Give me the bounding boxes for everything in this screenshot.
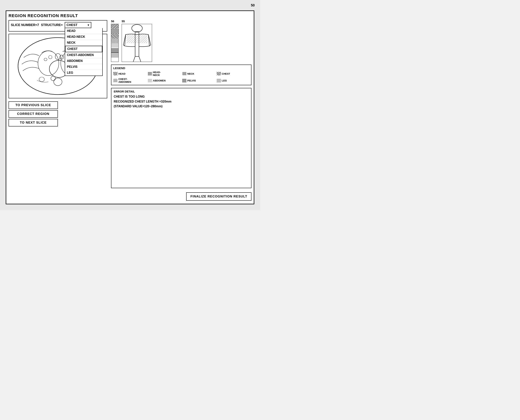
error-title: ERROR DETAIL <box>114 90 249 93</box>
svg-rect-13 <box>126 35 148 43</box>
slice-info-area: SLICE NUMBER=7 STRUCTURE= CHEST ▼ HEAD H… <box>8 20 107 31</box>
slice-header: SLICE NUMBER=7 STRUCTURE= CHEST ▼ HEAD H… <box>11 22 105 28</box>
dropdown-arrow-icon: ▼ <box>87 23 90 27</box>
ref-50: 50 <box>251 3 255 8</box>
abdomen-label: ABDOMEN <box>153 79 166 82</box>
head-icon <box>113 72 118 75</box>
inner-content: SLICE NUMBER=7 STRUCTURE= CHEST ▼ HEAD H… <box>8 20 252 201</box>
dropdown-container[interactable]: CHEST ▼ HEAD HEAD-NECK NECK CHEST CHEST-… <box>65 22 91 28</box>
finalize-button[interactable]: FINALIZE RECOGNITION RESULT <box>186 192 252 201</box>
svg-point-8 <box>49 55 52 59</box>
prev-slice-button[interactable]: TO PREVIOUS SLICE <box>8 101 58 109</box>
color-bar <box>111 24 119 62</box>
dropdown-item-chest-abdomen[interactable]: CHEST-ABDOMEN <box>65 52 102 58</box>
dropdown-item-chest[interactable]: CHEST <box>65 46 102 52</box>
legend-head-neck: HEAD-NECK <box>148 71 180 76</box>
correct-region-button[interactable]: CORRECT REGION <box>8 110 58 118</box>
dropdown-item-head[interactable]: HEAD <box>65 28 102 34</box>
chest-label: CHEST <box>222 72 230 75</box>
legend-box: LEGEND HEAD HEAD-NECK <box>111 65 252 85</box>
leg-icon <box>217 79 221 82</box>
chest-abdomen-label: CHEST-ABDOMEN <box>119 78 131 83</box>
error-box: ERROR DETAIL CHEST IS TOO LONG RECOGNIZE… <box>111 88 252 188</box>
page-container: 50 REGION RECOGNITION RESULT SLICE NUMBE… <box>0 0 260 210</box>
legend-pelvis: PELVIS <box>182 78 215 83</box>
legend-head: HEAD <box>113 71 146 76</box>
neck-icon <box>182 72 186 75</box>
chest-icon <box>217 72 221 75</box>
leg-label: LEG <box>222 79 227 82</box>
svg-point-4 <box>54 78 62 86</box>
dropdown-item-neck[interactable]: NECK <box>65 40 102 46</box>
main-box: REGION RECOGNITION RESULT SLICE NUMBER=7… <box>6 10 254 204</box>
svg-point-9 <box>44 58 47 61</box>
pelvis-label: PELVIS <box>187 79 196 82</box>
pelvis-icon <box>182 79 186 82</box>
ref-55-label: 55 <box>122 20 125 23</box>
error-line-2: RECOGNIZED CHEST LENGTH =320mm <box>114 99 249 104</box>
dropdown-item-pelvis[interactable]: PELVIS <box>65 64 102 70</box>
legend-neck: NECK <box>182 71 215 76</box>
dropdown-menu: HEAD HEAD-NECK NECK CHEST CHEST-ABDOMEN … <box>65 28 103 76</box>
svg-point-5 <box>51 76 55 81</box>
head-label: HEAD <box>119 72 126 75</box>
dropdown-selected[interactable]: CHEST ▼ <box>65 22 91 28</box>
error-text: CHEST IS TOO LONG RECOGNIZED CHEST LENGT… <box>114 94 249 109</box>
neck-label: NECK <box>187 72 194 75</box>
buttons-area: TO PREVIOUS SLICE CORRECT REGION TO NEXT… <box>8 101 107 127</box>
legend-grid: HEAD HEAD-NECK NECK <box>113 71 249 83</box>
legend-chest-abdomen: CHEST-ABDOMEN <box>113 78 146 83</box>
head-neck-icon <box>148 72 152 75</box>
head-neck-label: HEAD-NECK <box>153 71 161 76</box>
next-slice-button[interactable]: TO NEXT SLICE <box>8 119 58 127</box>
ref-56-label: 56 <box>111 20 114 23</box>
legend-chest: CHEST <box>217 71 249 76</box>
legend-title: LEGEND <box>113 67 249 70</box>
slice-number-text: SLICE NUMBER=7 <box>11 23 39 27</box>
chest-abdomen-icon <box>113 79 118 82</box>
main-title: REGION RECOGNITION RESULT <box>8 13 252 18</box>
dropdown-item-abdomen[interactable]: ABDOMEN <box>65 58 102 64</box>
top-right-section: 56 55 <box>111 20 252 62</box>
left-panel: SLICE NUMBER=7 STRUCTURE= CHEST ▼ HEAD H… <box>8 20 107 201</box>
dropdown-value: CHEST <box>67 23 78 27</box>
dropdown-item-head-neck[interactable]: HEAD-NECK <box>65 34 102 40</box>
body-svg <box>122 24 152 62</box>
svg-point-10 <box>39 77 45 82</box>
error-line-1: CHEST IS TOO LONG <box>114 94 249 99</box>
structure-label: STRUCTURE= <box>41 23 63 27</box>
body-silhouette <box>122 24 152 62</box>
svg-point-7 <box>60 55 64 59</box>
error-line-3: (STANDARD VALUE=120~280mm) <box>114 104 249 109</box>
finalize-row: FINALIZE RECOGNITION RESULT <box>111 192 252 201</box>
legend-leg: LEG <box>217 78 249 83</box>
abdomen-icon <box>148 79 152 82</box>
dropdown-item-leg[interactable]: LEG <box>65 70 102 75</box>
svg-point-11 <box>132 24 142 32</box>
legend-abdomen: ABDOMEN <box>148 78 180 83</box>
right-panel: 56 55 <box>111 20 252 201</box>
